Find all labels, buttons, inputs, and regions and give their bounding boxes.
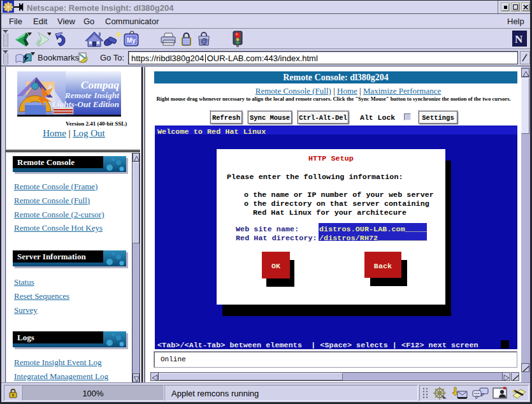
svg-text:Compaq: Compaq [81,78,120,91]
svg-text:@: @ [201,37,208,45]
svg-text:Lights-Out Edition: Lights-Out Edition [52,99,119,109]
svg-text:N: N [515,33,523,45]
svg-text:My: My [127,37,136,44]
svg-text:Remote Insight: Remote Insight [64,90,120,100]
